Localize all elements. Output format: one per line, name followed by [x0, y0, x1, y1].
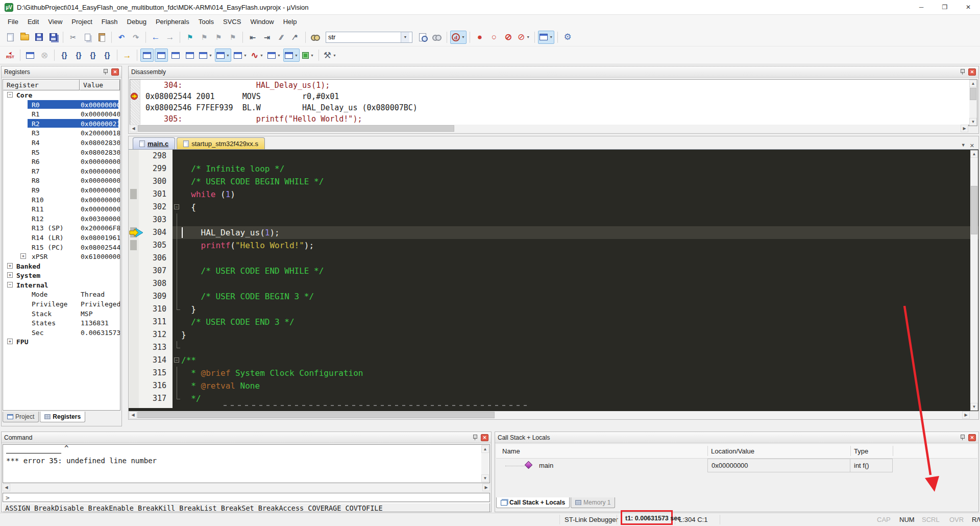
collapse-icon[interactable]: − [7, 282, 13, 288]
outdent-button[interactable]: ⇤ [246, 31, 259, 44]
close-document-icon[interactable]: ✕ [970, 142, 974, 149]
disassembly-gutter[interactable] [130, 102, 140, 113]
nav-forward-button[interactable]: → [163, 31, 177, 44]
registers-window-button[interactable] [183, 49, 197, 62]
line-number[interactable]: 313 [139, 341, 173, 354]
bookmark-clear-all-button[interactable]: ⚑ [226, 31, 239, 44]
new-file-button[interactable] [4, 31, 17, 44]
fold-gutter[interactable] [173, 392, 181, 405]
register-row-r7[interactable]: R70x00000000 [3, 166, 120, 176]
scroll-up-icon[interactable]: ▲ [969, 80, 977, 87]
register-row-fpu[interactable]: +FPU [3, 337, 120, 347]
register-row-internal[interactable]: −Internal [3, 280, 120, 290]
register-row-r2[interactable]: R20x00000021 [3, 119, 120, 129]
line-number[interactable]: 301 [139, 188, 173, 201]
scroll-down-icon[interactable]: ▼ [969, 118, 977, 126]
code-line-310[interactable]: 310 } [129, 303, 978, 316]
analysis-windows-button[interactable]: ∿▼ [250, 49, 265, 62]
code-editor[interactable]: 298299 /* Infinite loop */300 /* USER CO… [129, 150, 978, 411]
fold-gutter[interactable] [173, 341, 181, 354]
menu-project[interactable]: Project [67, 16, 96, 28]
fold-gutter[interactable] [173, 162, 181, 175]
column-name[interactable]: Name [502, 447, 520, 455]
code-line-317[interactable]: 317 */ [129, 392, 978, 405]
bookmark-toggle-button[interactable]: ⚑ [183, 31, 197, 44]
command-input[interactable]: > [3, 493, 490, 502]
fold-gutter[interactable] [173, 213, 181, 226]
register-row-r0[interactable]: R00x0000000C [3, 100, 120, 110]
close-icon[interactable]: ✕ [111, 68, 119, 76]
column-type[interactable]: Type [854, 447, 868, 455]
menu-debug[interactable]: Debug [122, 16, 151, 28]
callstack-row-main[interactable]: main 0x00000000 int f() [496, 459, 977, 473]
undo-button[interactable]: ↶ [115, 31, 128, 44]
line-number[interactable]: 306 [139, 252, 173, 265]
debug-toolbar-settings-button[interactable]: ⚒▼ [322, 49, 338, 62]
menu-file[interactable]: File [3, 16, 23, 28]
editor-vscrollbar[interactable]: ▲ ▼ [970, 150, 978, 411]
code-line-302[interactable]: 302− { [129, 201, 978, 213]
menu-window[interactable]: Window [246, 16, 278, 28]
fold-collapse-icon[interactable]: − [174, 357, 179, 363]
serial-windows-button[interactable]: ▼ [232, 49, 249, 62]
code-line-308[interactable]: 308 [129, 277, 978, 290]
disassembly-window-button[interactable] [155, 49, 168, 62]
scroll-down-icon[interactable]: ▼ [481, 474, 489, 482]
register-row-xpsr[interactable]: +xPSR0x61000000 [3, 252, 120, 261]
editor-hscrollbar[interactable]: ◀ ▶ [129, 411, 970, 419]
copy-button[interactable] [81, 31, 94, 44]
close-icon[interactable]: ✕ [968, 68, 976, 76]
menu-svcs[interactable]: SVCS [218, 16, 246, 28]
close-icon[interactable]: ✕ [481, 434, 488, 441]
tab-main-c[interactable]: main.c [133, 137, 175, 149]
fold-collapse-icon[interactable]: − [174, 204, 179, 209]
fold-gutter[interactable] [173, 175, 181, 188]
breakpoint-toggle-button[interactable]: ● [473, 31, 486, 44]
scroll-left-icon[interactable]: ◀ [130, 125, 137, 132]
find-in-files-button[interactable] [309, 31, 322, 44]
fold-gutter[interactable] [173, 150, 181, 162]
tab-list-dropdown-icon[interactable]: ▼ [961, 142, 966, 149]
tab-project[interactable]: Project [3, 412, 39, 422]
symbols-window-button[interactable] [169, 49, 182, 62]
menu-peripherals[interactable]: Peripherals [151, 16, 194, 28]
register-row-r11[interactable]: R110x00000000 [3, 204, 120, 214]
disassembly-gutter[interactable] [130, 80, 140, 91]
fold-gutter[interactable] [173, 265, 181, 277]
fold-gutter[interactable] [173, 252, 181, 265]
pin-icon[interactable] [960, 68, 965, 75]
code-line-316[interactable]: 316 * @retval None [129, 379, 978, 392]
find-button[interactable] [416, 31, 429, 44]
scroll-down-icon[interactable]: ▼ [970, 403, 978, 411]
register-row-r8[interactable]: R80x00000000 [3, 176, 120, 185]
fold-gutter[interactable] [173, 188, 181, 201]
pin-icon[interactable] [960, 434, 965, 441]
code-line-303[interactable]: 303 [129, 213, 978, 226]
fold-gutter[interactable] [173, 277, 181, 290]
register-column-header[interactable]: Register [3, 80, 80, 90]
save-button[interactable] [32, 31, 45, 44]
code-line-315[interactable]: 315 * @brief System Clock Configuration [129, 367, 978, 379]
register-row-stack[interactable]: StackMSP [3, 309, 120, 319]
breakpoint-disable-all-button[interactable]: ⊘ [502, 31, 515, 44]
maximize-button[interactable]: ❐ [933, 0, 957, 15]
code-line-307[interactable]: 307 /* USER CODE END WHILE */ [129, 265, 978, 277]
value-column-header[interactable]: Value [80, 80, 120, 90]
register-row-states[interactable]: States1136831 [3, 318, 120, 328]
pin-icon[interactable] [472, 434, 478, 441]
register-row-r5[interactable]: R50x08002830 [3, 148, 120, 157]
disassembly-line[interactable]: 0x08002546 F7FEF939 BL.W HAL_Delay_us (0… [130, 102, 977, 113]
menu-edit[interactable]: Edit [23, 16, 43, 28]
expand-icon[interactable]: + [7, 272, 13, 278]
disassembly-vscrollbar[interactable]: ▲ ▼ [969, 80, 977, 126]
register-row-r4[interactable]: R40x08002830 [3, 138, 120, 148]
line-number[interactable]: 315 [139, 367, 173, 379]
collapse-icon[interactable]: − [7, 92, 13, 98]
code-line-298[interactable]: 298 [129, 150, 978, 162]
chevron-down-icon[interactable]: ▼ [401, 32, 409, 42]
comment-selection-button[interactable]: ∕∕ [275, 31, 288, 44]
column-location-value[interactable]: Location/Value [711, 447, 754, 455]
code-line-301[interactable]: 301 while (1) [129, 188, 978, 201]
code-line-312[interactable]: 312} [129, 328, 978, 341]
close-icon[interactable]: ✕ [968, 434, 976, 441]
